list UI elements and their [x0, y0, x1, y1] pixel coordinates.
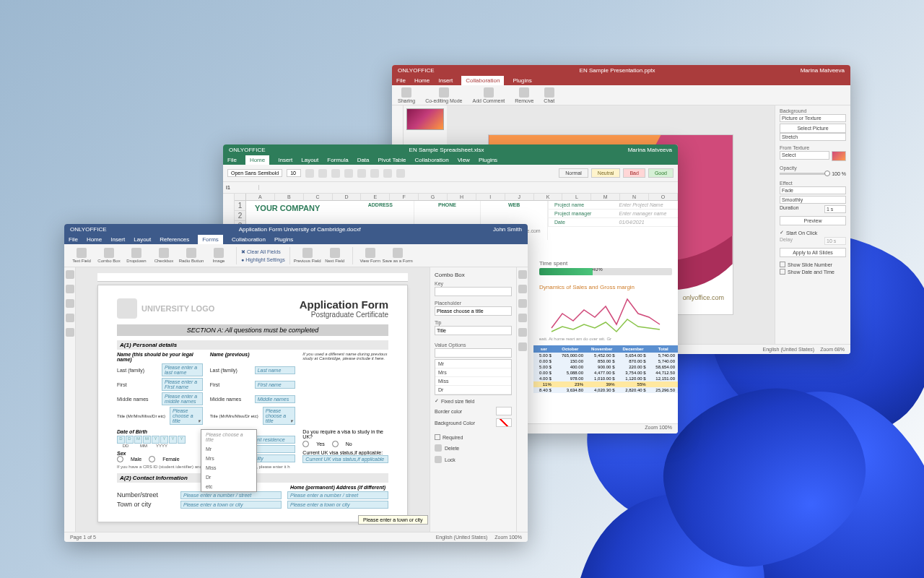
- slide-thumb[interactable]: [406, 108, 444, 130]
- menu-plugins[interactable]: Plugins: [274, 236, 293, 243]
- titlebar[interactable]: ONLYOFFICE EN Sample Presentation.pptx M…: [392, 65, 850, 75]
- clear-fields-link[interactable]: ✖ Clear All Fields: [241, 249, 285, 255]
- paragraph-icon[interactable]: [518, 270, 527, 279]
- ruler[interactable]: [97, 273, 408, 282]
- align-left-icon[interactable]: [344, 169, 353, 178]
- menu-file[interactable]: File: [69, 236, 78, 243]
- fixed-size-check[interactable]: ✓Fixed size field: [435, 398, 512, 404]
- chat-button[interactable]: Chat: [544, 87, 554, 103]
- menu-insert[interactable]: Insert: [110, 236, 125, 243]
- text-art-icon[interactable]: [518, 328, 527, 337]
- select-picture-button[interactable]: Select Picture: [780, 124, 846, 133]
- italic-icon[interactable]: [318, 169, 327, 178]
- menu-collaboration[interactable]: Collaboration: [461, 76, 504, 85]
- dropdown-item-dr[interactable]: Dr: [201, 473, 256, 482]
- list-item[interactable]: Miss: [435, 377, 511, 386]
- font-select[interactable]: Open Sans Semibold: [227, 169, 282, 177]
- zoom-indicator[interactable]: Zoom 100%: [645, 425, 672, 430]
- menu-forms[interactable]: Forms: [198, 235, 223, 244]
- menu-file[interactable]: File: [227, 157, 237, 163]
- font-size-select[interactable]: 10: [287, 169, 301, 177]
- prev-field-button[interactable]: Previous Field: [295, 248, 321, 263]
- menu-collaboration[interactable]: Collaboration: [232, 236, 266, 243]
- lock-form-button[interactable]: Lock: [435, 456, 512, 463]
- value-input[interactable]: [435, 348, 512, 358]
- dropdown-item-etc[interactable]: etc: [201, 482, 256, 491]
- combo-box-button[interactable]: Combo Box: [96, 248, 122, 263]
- list-item[interactable]: Dr: [435, 386, 511, 394]
- dropdown-item-mr[interactable]: Mr: [201, 444, 256, 454]
- preview-button[interactable]: Preview: [780, 216, 846, 225]
- placeholder-input[interactable]: [435, 306, 512, 316]
- fill-select[interactable]: Picture or Texture: [780, 114, 846, 122]
- text-field-button[interactable]: Text Field: [69, 248, 95, 263]
- delete-form-button[interactable]: Delete: [435, 444, 512, 452]
- menu-layout[interactable]: Layout: [301, 157, 318, 163]
- dropdown-placeholder[interactable]: Please choose a title: [201, 430, 256, 444]
- list-item[interactable]: Mrs: [435, 368, 511, 377]
- view-form-button[interactable]: View Form: [357, 248, 383, 263]
- delay-input[interactable]: 10 s: [824, 237, 846, 245]
- dropdown-item-miss[interactable]: Miss: [201, 463, 256, 473]
- first-name-input[interactable]: Please enter a First name: [162, 378, 203, 391]
- lang-indicator[interactable]: English (United States): [436, 535, 488, 540]
- remove-button[interactable]: Remove: [515, 87, 533, 103]
- show-date-check[interactable]: Show Date and Time: [780, 269, 846, 275]
- home-street-input[interactable]: Please enter a number / street: [287, 491, 388, 499]
- menu-home[interactable]: Home: [245, 155, 269, 165]
- save-form-button[interactable]: Save as a Form: [385, 248, 411, 263]
- effect-select[interactable]: Fade: [780, 186, 846, 194]
- middle-name-input[interactable]: Please enter a middle names: [162, 392, 203, 405]
- shape-icon[interactable]: [518, 314, 527, 322]
- menu-pivot[interactable]: Pivot Table: [378, 157, 406, 163]
- menu-plugins[interactable]: Plugins: [479, 157, 497, 163]
- options-list[interactable]: Mr Mrs Miss Dr: [435, 359, 512, 395]
- style-neutral[interactable]: Neutral: [591, 168, 621, 178]
- underline-icon[interactable]: [331, 169, 340, 178]
- highlight-settings-link[interactable]: ● Highlight Settings: [241, 257, 285, 262]
- search-icon[interactable]: [66, 270, 74, 279]
- texture-select[interactable]: Select: [780, 151, 829, 160]
- menu-insert[interactable]: Insert: [278, 157, 292, 163]
- next-field-button[interactable]: Next Field: [322, 248, 348, 263]
- smoothly-select[interactable]: Smoothly: [780, 196, 846, 204]
- mailing-town-input[interactable]: Please enter a town or city: [180, 501, 282, 509]
- required-check[interactable]: Required: [435, 434, 512, 440]
- style-good[interactable]: Good: [648, 168, 674, 178]
- align-right-icon[interactable]: [370, 169, 379, 178]
- percent-icon[interactable]: [396, 169, 405, 178]
- sex-female-radio[interactable]: [149, 456, 155, 462]
- visa-no-radio[interactable]: [332, 441, 339, 447]
- visa-status-input[interactable]: Current UK visa status,if applicable: [302, 455, 388, 463]
- stretch-select[interactable]: Stretch: [780, 133, 846, 141]
- radio-button-button[interactable]: Radio Button: [178, 248, 204, 263]
- nav-icon[interactable]: [66, 299, 74, 308]
- prev-title-select[interactable]: Please choose a title: [263, 407, 296, 425]
- opacity-slider[interactable]: [780, 173, 830, 175]
- sex-male-radio[interactable]: [117, 456, 123, 462]
- apply-all-button[interactable]: Apply to All Slides: [780, 248, 846, 257]
- border-color-swatch[interactable]: [496, 407, 512, 415]
- picture-icon[interactable]: [518, 299, 527, 308]
- menu-collaboration[interactable]: Collaboration: [415, 157, 449, 163]
- mailing-street-input[interactable]: Please enter a number / street: [180, 491, 282, 499]
- image-button[interactable]: Image: [206, 248, 232, 263]
- table-icon[interactable]: [518, 285, 527, 293]
- show-slide-number-check[interactable]: Show Slide Number: [780, 262, 846, 267]
- checkbox-button[interactable]: Checkbox: [151, 248, 177, 263]
- align-center-icon[interactable]: [357, 169, 366, 178]
- lang-indicator[interactable]: English (United States): [763, 347, 815, 352]
- visa-yes-radio[interactable]: [302, 441, 309, 447]
- style-normal[interactable]: Normal: [559, 168, 588, 178]
- start-on-click-check[interactable]: ✓Start On Click: [780, 230, 846, 236]
- menu-file[interactable]: File: [396, 77, 406, 84]
- coediting-button[interactable]: Co-editing Mode: [425, 87, 462, 103]
- menu-references[interactable]: References: [160, 236, 189, 243]
- prev-last-input[interactable]: Last name: [255, 366, 296, 374]
- duration-input[interactable]: 1 s: [824, 205, 846, 213]
- prev-first-input[interactable]: First name: [255, 381, 296, 389]
- feedback-icon[interactable]: [66, 328, 74, 337]
- menu-insert[interactable]: Insert: [438, 77, 453, 84]
- add-comment-button[interactable]: Add Comment: [473, 87, 505, 103]
- key-input[interactable]: [435, 287, 512, 296]
